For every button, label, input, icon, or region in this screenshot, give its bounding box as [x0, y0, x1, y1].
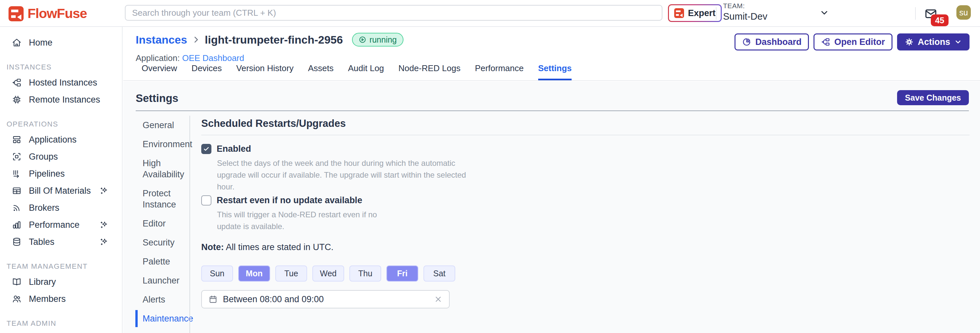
- team-label: TEAM:: [723, 2, 831, 10]
- day-button-sun[interactable]: Sun: [201, 266, 233, 282]
- section-divider: [201, 135, 969, 135]
- home-icon: [12, 38, 22, 48]
- clear-icon[interactable]: [434, 295, 442, 303]
- note-text: All times are stated in UTC.: [224, 242, 334, 252]
- check-icon: [203, 145, 210, 152]
- restart-label: Restart even if no update available: [216, 195, 362, 206]
- sidebar-item-label: Applications: [29, 135, 77, 145]
- breadcrumb: Instances light-trumpeter-finch-2956 run…: [136, 33, 404, 46]
- dashboard-button[interactable]: Dashboard: [735, 33, 809, 51]
- section-title: Scheduled Restarts/Upgrades: [201, 118, 969, 129]
- sidebar-item-label: Performance: [29, 220, 80, 230]
- sidebar-item-bill-of-materials[interactable]: Bill Of Materials: [0, 182, 122, 199]
- flowfuse-logo[interactable]: FlowFuse: [8, 6, 87, 21]
- settings-page: Settings Save Changes General Environmen…: [123, 81, 980, 333]
- note-label: Note:: [201, 242, 224, 252]
- applications-icon: [12, 135, 22, 145]
- time-range-input[interactable]: Between 08:00 and 09:00: [201, 290, 450, 308]
- team-selector[interactable]: TEAM: Sumit-Dev: [723, 2, 831, 22]
- enabled-checkbox[interactable]: [201, 144, 212, 154]
- library-icon: [12, 277, 22, 287]
- node-editor-icon: [821, 37, 830, 46]
- sidebar-item-hosted-instances[interactable]: Hosted Instances: [0, 74, 122, 91]
- sidebar-item-library[interactable]: Library: [0, 273, 122, 290]
- save-changes-button[interactable]: Save Changes: [897, 90, 969, 105]
- expert-button[interactable]: Expert: [668, 4, 722, 22]
- expert-label: Expert: [688, 8, 716, 18]
- tab-audit-log[interactable]: Audit Log: [348, 63, 384, 80]
- enabled-label: Enabled: [216, 144, 251, 154]
- restart-description: This will trigger a Node-RED restart eve…: [217, 209, 401, 233]
- logo-wordmark: FlowFuse: [27, 6, 87, 21]
- notification-badge[interactable]: 45: [931, 14, 948, 26]
- actions-button[interactable]: Actions: [897, 33, 969, 51]
- tab-performance[interactable]: Performance: [475, 63, 524, 80]
- day-button-thu[interactable]: Thu: [349, 266, 381, 282]
- topbar-divider: [716, 7, 716, 20]
- application-link[interactable]: OEE Dashboard: [182, 53, 244, 63]
- sidebar-item-brokers[interactable]: Brokers: [0, 199, 122, 216]
- day-button-sat[interactable]: Sat: [423, 266, 455, 282]
- tab-assets[interactable]: Assets: [308, 63, 334, 80]
- application-label: Application:: [136, 53, 180, 63]
- application-row: Application: OEE Dashboard: [136, 53, 244, 63]
- restart-checkbox[interactable]: [201, 195, 212, 206]
- sparkle-icon: [100, 237, 109, 247]
- tab-overview[interactable]: Overview: [142, 63, 177, 80]
- tab-settings[interactable]: Settings: [538, 63, 572, 80]
- members-icon: [12, 294, 22, 304]
- tab-version-history[interactable]: Version History: [236, 63, 294, 80]
- sidebar-item-tables[interactable]: Tables: [0, 233, 122, 250]
- avatar[interactable]: su: [956, 5, 971, 20]
- day-selector: Sun Mon Tue Wed Thu Fri Sat: [201, 266, 969, 282]
- sidebar-item-label: Groups: [29, 152, 58, 162]
- sidebar-section-team-admin: TEAM ADMIN: [0, 319, 122, 328]
- sidebar-item-label: Home: [29, 38, 52, 48]
- restart-checkbox-row[interactable]: Restart even if no update available: [201, 195, 969, 206]
- play-circle-icon: [359, 36, 366, 44]
- sidebar-item-label: Pipelines: [29, 169, 65, 179]
- actions-button-label: Actions: [918, 37, 950, 47]
- tab-devices[interactable]: Devices: [191, 63, 221, 80]
- calendar-icon: [208, 295, 218, 304]
- sidebar: Home INSTANCES Hosted Instances Remote I…: [0, 27, 123, 333]
- flowfuse-logo-icon: [8, 6, 24, 21]
- sidebar-section-operations: OPERATIONS: [0, 120, 122, 129]
- instance-actions: Dashboard Open Editor: [735, 33, 969, 51]
- dashboard-button-label: Dashboard: [755, 37, 801, 47]
- enabled-description: Select the days of the week and the hour…: [217, 157, 476, 193]
- sidebar-item-applications[interactable]: Applications: [0, 131, 122, 148]
- day-button-tue[interactable]: Tue: [275, 266, 307, 282]
- day-button-mon[interactable]: Mon: [238, 266, 270, 282]
- sidebar-item-label: Hosted Instances: [29, 78, 97, 88]
- breadcrumb-instances-link[interactable]: Instances: [136, 33, 187, 46]
- pie-chart-icon: [742, 37, 751, 46]
- bill-of-materials-icon: [12, 186, 22, 196]
- settings-divider: [136, 110, 969, 111]
- tab-node-red-logs[interactable]: Node-RED Logs: [399, 63, 460, 80]
- sidebar-item-performance[interactable]: Performance: [0, 216, 122, 233]
- sidebar-section-team-management: TEAM MANAGEMENT: [0, 262, 122, 271]
- sidebar-item-groups[interactable]: Groups: [0, 148, 122, 165]
- chevron-down-icon: [954, 38, 962, 46]
- open-editor-button-label: Open Editor: [834, 37, 885, 47]
- sidebar-item-pipelines[interactable]: Pipelines: [0, 165, 122, 182]
- sidebar-item-remote-instances[interactable]: Remote Instances: [0, 91, 122, 108]
- chevron-down-icon[interactable]: [819, 8, 829, 18]
- sidebar-item-members[interactable]: Members: [0, 290, 122, 308]
- open-editor-button[interactable]: Open Editor: [813, 33, 892, 51]
- sidebar-item-home[interactable]: Home: [0, 34, 122, 51]
- time-range-value: Between 08:00 and 09:00: [223, 294, 324, 304]
- enabled-checkbox-row[interactable]: Enabled: [201, 144, 969, 154]
- day-button-fri[interactable]: Fri: [387, 266, 418, 282]
- sidebar-section-instances: INSTANCES: [0, 63, 122, 72]
- expert-button-inner: Expert: [669, 5, 721, 21]
- search-input[interactable]: [125, 5, 662, 21]
- page-title: Settings: [136, 92, 969, 105]
- utc-note: Note: All times are stated in UTC.: [201, 242, 969, 252]
- sidebar-item-label: Tables: [29, 237, 54, 247]
- maintenance-pane: Scheduled Restarts/Upgrades Enabled Sele…: [201, 118, 969, 308]
- day-button-wed[interactable]: Wed: [312, 266, 344, 282]
- groups-icon: [12, 152, 22, 162]
- sidebar-item-label: Members: [29, 294, 66, 304]
